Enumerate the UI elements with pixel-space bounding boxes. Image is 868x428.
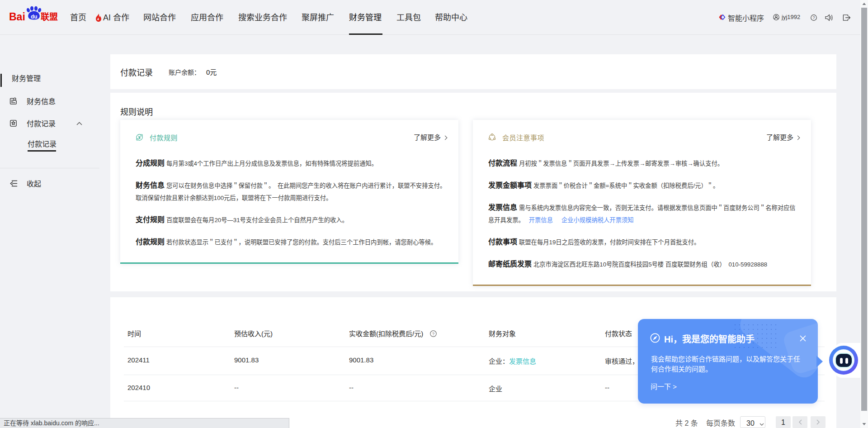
svg-text:du: du — [31, 14, 38, 20]
svg-text:?: ? — [432, 331, 434, 336]
svg-text:?: ? — [812, 15, 815, 20]
svg-text:联盟: 联盟 — [41, 12, 58, 21]
svg-text:Bai: Bai — [9, 11, 25, 21]
